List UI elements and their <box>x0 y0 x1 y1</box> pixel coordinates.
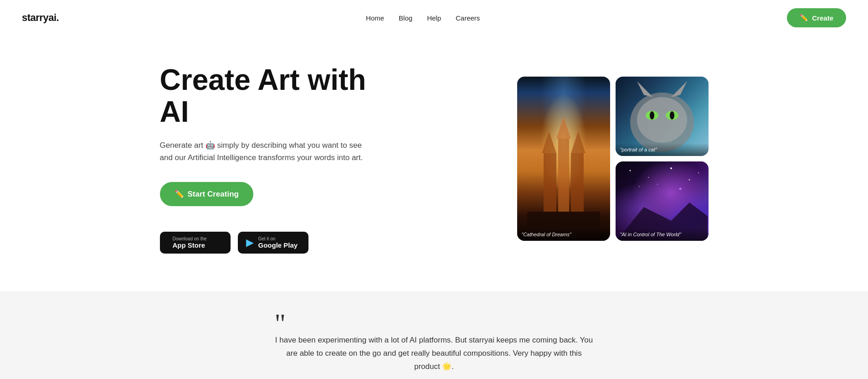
play-icon: ▶ <box>246 237 254 249</box>
svg-marker-4 <box>571 131 586 153</box>
hero-image-grid: "Cathedral of Dreams" "portr <box>517 77 709 241</box>
testimonial-section: " I have been experimenting with a lot o… <box>0 291 868 379</box>
app-store-text: Download on the App Store <box>173 236 207 249</box>
image-caption-cat: "portrait of a cat" <box>616 143 709 156</box>
brand-dot: . <box>56 12 59 23</box>
hero-text: Create Art with AI Generate art 🤖 simply… <box>160 64 388 254</box>
svg-point-12 <box>670 111 674 119</box>
hero-section: Create Art with AI Generate art 🤖 simply… <box>138 36 730 291</box>
nav-home[interactable]: Home <box>366 14 384 22</box>
image-card-cat: "portrait of a cat" <box>616 77 709 156</box>
svg-point-21 <box>679 188 681 190</box>
hero-title: Create Art with AI <box>160 64 388 128</box>
svg-point-20 <box>698 172 699 173</box>
quote-mark-open: " <box>275 317 594 330</box>
nav-blog[interactable]: Blog <box>399 14 412 22</box>
svg-point-18 <box>688 179 690 181</box>
create-button[interactable]: ✏️ Create <box>787 8 846 27</box>
svg-point-16 <box>648 177 649 178</box>
svg-point-8 <box>637 97 687 143</box>
svg-marker-13 <box>637 81 653 97</box>
hero-subtitle: Generate art 🤖 simply by describing what… <box>160 139 388 164</box>
image-caption-galaxy: "AI in Control of The World" <box>616 228 709 241</box>
image-card-galaxy: "AI in Control of The World" <box>616 161 709 241</box>
start-creating-label: Start Creating <box>188 190 239 199</box>
start-creating-button[interactable]: ✏️ Start Creating <box>160 182 253 206</box>
nav-careers[interactable]: Careers <box>456 14 480 22</box>
svg-point-22 <box>657 184 658 185</box>
svg-marker-2 <box>542 131 556 153</box>
svg-point-15 <box>629 170 631 171</box>
svg-point-17 <box>670 167 672 169</box>
image-caption-cathedral: "Cathedral of Dreams" <box>517 228 610 241</box>
app-store-button[interactable]: Download on the App Store <box>160 232 231 254</box>
google-play-big-text: Google Play <box>258 241 298 249</box>
google-play-text: Get it on Google Play <box>258 236 298 249</box>
app-store-small-text: Download on the <box>173 236 207 241</box>
google-play-small-text: Get it on <box>258 236 298 241</box>
brand-name: starryai <box>22 12 56 23</box>
testimonial-text: I have been experimenting with a lot of … <box>275 334 594 374</box>
logo: starryai. <box>22 12 59 24</box>
pencil-icon-hero: ✏️ <box>175 189 184 199</box>
subtitle-line1: Generate art 🤖 simply by describing what… <box>160 141 362 150</box>
svg-rect-3 <box>544 153 556 219</box>
nav-help[interactable]: Help <box>427 14 441 22</box>
svg-point-19 <box>639 186 640 187</box>
svg-point-11 <box>650 111 654 119</box>
store-buttons: Download on the App Store ▶ Get it on Go… <box>160 232 388 254</box>
nav-links: Home Blog Help Careers <box>366 14 480 22</box>
svg-rect-1 <box>558 139 569 212</box>
google-play-button[interactable]: ▶ Get it on Google Play <box>238 232 308 254</box>
svg-marker-14 <box>671 81 687 97</box>
image-card-cathedral: "Cathedral of Dreams" <box>517 77 610 241</box>
svg-rect-5 <box>571 153 584 219</box>
pencil-icon: ✏️ <box>800 14 808 22</box>
subtitle-line2: and our Artificial Intelligence transfor… <box>160 153 363 162</box>
navbar: starryai. Home Blog Help Careers ✏️ Crea… <box>0 0 868 36</box>
app-store-big-text: App Store <box>173 241 207 249</box>
create-button-label: Create <box>812 14 833 22</box>
svg-marker-0 <box>556 117 571 139</box>
